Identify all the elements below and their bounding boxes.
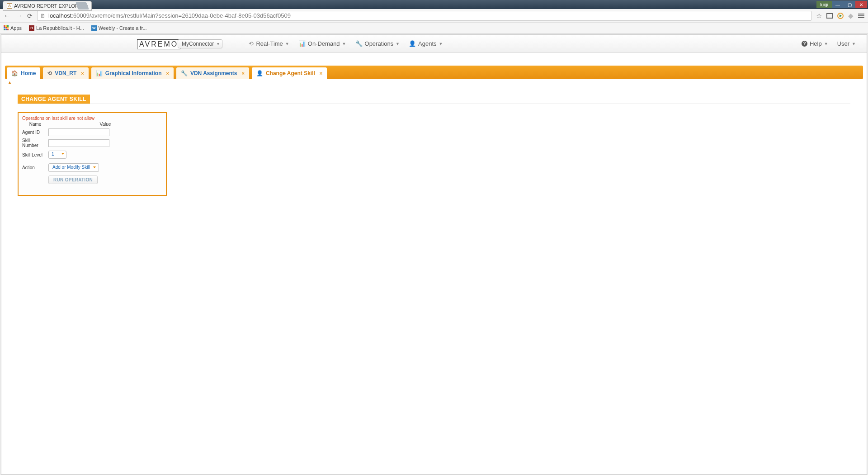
browser-tab-title: AVREMO REPORT EXPLOR bbox=[14, 3, 79, 9]
window-maximize-button[interactable]: ▢ bbox=[844, 1, 855, 8]
bookmark-star-icon[interactable]: ☆ bbox=[816, 12, 822, 20]
tab-close-icon[interactable]: × bbox=[320, 71, 322, 76]
skill-level-value: 1 bbox=[52, 152, 54, 157]
app-logo: AVREMO bbox=[137, 39, 180, 49]
warning-message: Operations on last skill are not allow bbox=[22, 116, 162, 121]
person-icon: 👤 bbox=[256, 70, 263, 76]
tab-strip: 🏠Home ⟲VDN_RT× 📊Graphical Information× 🔧… bbox=[5, 66, 863, 79]
tab-vdn-rt[interactable]: ⟲VDN_RT× bbox=[43, 67, 88, 79]
bookmarks-bar: Apps R La Repubblica.it - H... W Weebly … bbox=[0, 23, 868, 33]
address-bar[interactable]: 🗎 localhost:60009/avremo/cms/restful/Mai… bbox=[37, 11, 811, 21]
person-icon: 👤 bbox=[409, 40, 416, 47]
app-window: AVREMO MyConnector ⟲Real-Time▼ 📊On-Deman… bbox=[1, 34, 867, 475]
apps-label: Apps bbox=[10, 25, 22, 31]
refresh-icon: ⟲ bbox=[47, 70, 52, 76]
url-path: :60009/avremo/cms/restful/Main?session=2… bbox=[71, 12, 291, 19]
tab-close-icon[interactable]: × bbox=[242, 71, 245, 76]
apps-shortcut[interactable]: Apps bbox=[4, 25, 22, 31]
nav-realtime[interactable]: ⟲Real-Time▼ bbox=[249, 40, 289, 47]
wrench-icon: 🔧 bbox=[355, 40, 363, 47]
skill-number-label: Skill Number bbox=[22, 138, 47, 148]
help-icon: ? bbox=[802, 41, 807, 47]
skill-level-label: Skill Level bbox=[22, 152, 47, 157]
nav-operations[interactable]: 🔧Operations▼ bbox=[355, 40, 400, 47]
bookmark-weebly[interactable]: W Weebly - Create a fr... bbox=[91, 25, 147, 31]
divider bbox=[18, 104, 850, 104]
app-header: AVREMO MyConnector ⟲Real-Time▼ 📊On-Deman… bbox=[1, 35, 867, 53]
column-headers: Name Value bbox=[22, 122, 162, 127]
reload-button[interactable]: ⟳ bbox=[27, 12, 33, 19]
connector-value: MyConnector bbox=[182, 41, 214, 47]
agent-id-input[interactable] bbox=[48, 128, 109, 136]
extension-icon[interactable]: ◆ bbox=[848, 12, 854, 20]
chevron-down-icon bbox=[61, 153, 64, 155]
chart-icon: 📊 bbox=[298, 40, 306, 47]
chevron-down-icon bbox=[93, 166, 96, 168]
nav-help[interactable]: ?Help▼ bbox=[802, 40, 828, 47]
apps-icon bbox=[4, 25, 9, 30]
action-select[interactable]: Add or Modify Skill bbox=[48, 163, 99, 172]
tab-close-icon[interactable]: × bbox=[166, 71, 169, 76]
window-user-label: luigi bbox=[816, 1, 832, 8]
nav-agents[interactable]: 👤Agents▼ bbox=[409, 40, 443, 47]
page-icon: 🗎 bbox=[40, 13, 46, 19]
run-operation-button[interactable]: RUN OPERATION bbox=[48, 176, 98, 184]
device-icon[interactable] bbox=[826, 13, 833, 19]
extension-play-icon[interactable] bbox=[837, 13, 844, 19]
bookmark-favicon: W bbox=[91, 25, 97, 31]
change-agent-skill-form: Operations on last skill are not allow N… bbox=[18, 112, 167, 196]
browser-toolbar: ← → ⟳ 🗎 localhost:60009/avremo/cms/restf… bbox=[0, 9, 868, 23]
window-close-button[interactable]: ✕ bbox=[855, 1, 867, 8]
window-minimize-button[interactable]: — bbox=[832, 1, 844, 8]
wrench-icon: 🔧 bbox=[181, 70, 188, 76]
tab-change-agent-skill[interactable]: 👤Change Agent Skill× bbox=[252, 67, 327, 79]
action-value: Add or Modify Skill bbox=[52, 165, 90, 170]
url-host: localhost bbox=[48, 12, 71, 19]
favicon-icon: A bbox=[7, 3, 12, 9]
collapse-tabs-icon[interactable]: ▲ bbox=[5, 79, 863, 86]
back-button[interactable]: ← bbox=[4, 12, 11, 20]
tab-vdn-assignments[interactable]: 🔧VDN Assignments× bbox=[176, 67, 249, 79]
nav-ondemand[interactable]: 📊On-Demand▼ bbox=[298, 40, 346, 47]
chrome-menu-button[interactable] bbox=[858, 14, 864, 18]
skill-level-select[interactable]: 1 bbox=[48, 151, 66, 159]
chart-icon: 📊 bbox=[96, 70, 103, 76]
tab-graphical-information[interactable]: 📊Graphical Information× bbox=[91, 67, 174, 79]
content-area: CHANGE AGENT SKILL Operations on last sk… bbox=[1, 86, 867, 205]
col-header-value: Value bbox=[48, 122, 162, 127]
col-header-name: Name bbox=[22, 122, 48, 127]
tab-close-icon[interactable]: × bbox=[81, 71, 84, 76]
bookmark-repubblica[interactable]: R La Repubblica.it - H... bbox=[29, 25, 84, 31]
refresh-icon: ⟲ bbox=[249, 40, 254, 47]
section-title: CHANGE AGENT SKILL bbox=[18, 95, 90, 104]
action-label: Action bbox=[22, 165, 47, 170]
agent-id-label: Agent ID bbox=[22, 130, 47, 135]
connector-select[interactable]: MyConnector bbox=[178, 39, 222, 48]
tab-home[interactable]: 🏠Home bbox=[7, 67, 40, 79]
bookmark-label: La Repubblica.it - H... bbox=[36, 25, 84, 31]
home-icon: 🏠 bbox=[11, 70, 18, 76]
browser-titlebar: luigi — ▢ ✕ bbox=[0, 0, 868, 9]
forward-button[interactable]: → bbox=[15, 12, 23, 20]
nav-user[interactable]: User▼ bbox=[837, 40, 856, 47]
bookmark-favicon: R bbox=[29, 25, 34, 31]
skill-number-input[interactable] bbox=[48, 139, 109, 147]
bookmark-label: Weebly - Create a fr... bbox=[99, 25, 147, 31]
